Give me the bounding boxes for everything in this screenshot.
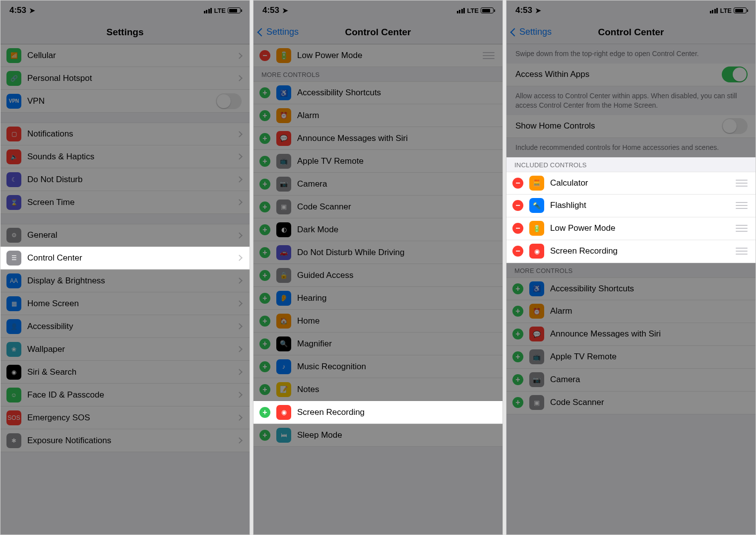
add-button[interactable]: + xyxy=(259,338,270,349)
app-icon: ☾ xyxy=(6,172,21,187)
control-row[interactable]: +📷Camera xyxy=(506,369,756,392)
control-row[interactable]: −◉Screen Recording xyxy=(506,240,756,263)
drag-handle[interactable] xyxy=(736,225,748,232)
settings-row[interactable]: ☺Face ID & Passcode xyxy=(0,384,250,406)
settings-row[interactable]: ✱Exposure Notifications xyxy=(0,429,250,452)
app-icon: ◉ xyxy=(276,405,291,420)
drag-handle[interactable] xyxy=(736,180,748,187)
control-row[interactable]: −🔦Flashlight xyxy=(506,195,756,217)
control-row[interactable]: +📷Camera xyxy=(253,173,503,196)
app-icon: 👂 xyxy=(276,291,291,306)
add-button[interactable]: + xyxy=(259,156,270,167)
control-row[interactable]: +🏠Home xyxy=(253,310,503,333)
remove-button[interactable]: − xyxy=(512,178,523,189)
section-header-more-controls: MORE CONTROLS xyxy=(253,67,503,81)
row-label: Screen Recording xyxy=(297,407,495,417)
add-button[interactable]: + xyxy=(259,407,270,418)
vpn-toggle[interactable] xyxy=(216,93,242,109)
settings-row[interactable]: ▦Home Screen xyxy=(0,292,250,315)
add-button[interactable]: + xyxy=(512,397,523,408)
control-row[interactable]: +🔍Magnifier xyxy=(253,333,503,355)
control-row[interactable]: +📺Apple TV Remote xyxy=(253,150,503,173)
chevron-right-icon xyxy=(236,131,243,137)
row-show-home-controls[interactable]: Show Home Controls xyxy=(506,115,756,138)
app-icon: 📺 xyxy=(276,154,291,169)
row-access-within-apps[interactable]: Access Within Apps xyxy=(506,64,756,86)
control-row[interactable]: +⏰Alarm xyxy=(253,104,503,127)
control-row[interactable]: +⏰Alarm xyxy=(506,300,756,323)
control-row[interactable]: +◉Screen Recording xyxy=(253,401,503,424)
control-row[interactable]: +📺Apple TV Remote xyxy=(506,346,756,369)
control-row[interactable]: +🔒Guided Access xyxy=(253,264,503,287)
control-row[interactable]: +♪Music Recognition xyxy=(253,355,503,378)
signal-icon xyxy=(457,8,465,13)
control-row[interactable]: +🛏Sleep Mode xyxy=(253,424,503,447)
add-button[interactable]: + xyxy=(259,430,270,441)
page-title: Settings xyxy=(107,27,144,38)
control-row[interactable]: +♿Accessibility Shortcuts xyxy=(253,81,503,104)
row-label: Notifications xyxy=(27,129,231,139)
remove-button[interactable]: − xyxy=(512,246,523,257)
remove-button[interactable]: − xyxy=(512,223,523,234)
control-row[interactable]: −🧮Calculator xyxy=(506,172,756,195)
add-button[interactable]: + xyxy=(259,316,270,327)
settings-row[interactable]: AADisplay & Brightness xyxy=(0,269,250,292)
control-row[interactable]: +▣Code Scanner xyxy=(506,392,756,414)
add-button[interactable]: + xyxy=(512,329,523,339)
control-row[interactable]: +💬Announce Messages with Siri xyxy=(506,323,756,346)
settings-row[interactable]: 🔈Sounds & Haptics xyxy=(0,145,250,168)
add-button[interactable]: + xyxy=(512,351,523,362)
drag-handle[interactable] xyxy=(483,52,495,59)
navbar-control-center: Settings Control Center xyxy=(253,20,503,44)
settings-row[interactable]: ⌛Screen Time xyxy=(0,191,250,214)
settings-row[interactable]: ☾Do Not Disturb xyxy=(0,168,250,191)
app-icon: 📝 xyxy=(276,382,291,397)
drag-handle[interactable] xyxy=(736,248,748,255)
access-toggle[interactable] xyxy=(722,67,748,82)
add-button[interactable]: + xyxy=(259,133,270,144)
settings-row[interactable]: ◉Siri & Search xyxy=(0,361,250,384)
add-button[interactable]: + xyxy=(259,293,270,304)
drag-handle[interactable] xyxy=(736,202,748,209)
add-button[interactable]: + xyxy=(512,283,523,294)
add-button[interactable]: + xyxy=(259,247,270,258)
control-row[interactable]: +🚗Do Not Disturb While Driving xyxy=(253,241,503,264)
control-row[interactable]: +◐Dark Mode xyxy=(253,218,503,241)
add-button[interactable]: + xyxy=(512,306,523,317)
home-toggle[interactable] xyxy=(722,118,748,134)
add-button[interactable]: + xyxy=(259,270,270,281)
settings-row[interactable]: ☰Control Center xyxy=(0,247,250,269)
control-row[interactable]: −🔋Low Power Mode xyxy=(506,217,756,240)
back-button[interactable]: Settings xyxy=(511,27,552,37)
settings-row[interactable]: SOSEmergency SOS xyxy=(0,406,250,429)
settings-row[interactable]: 🔗Personal Hotspot xyxy=(0,67,250,90)
remove-button[interactable]: − xyxy=(259,50,270,61)
control-row[interactable]: +▣Code Scanner xyxy=(253,196,503,218)
add-button[interactable]: + xyxy=(259,87,270,98)
add-button[interactable]: + xyxy=(259,179,270,190)
settings-row[interactable]: ❀Wallpaper xyxy=(0,338,250,361)
settings-row[interactable]: 📶Cellular xyxy=(0,44,250,67)
section-header-more-controls: MORE CONTROLS xyxy=(506,263,756,277)
chevron-right-icon xyxy=(236,153,243,160)
app-icon: 🚗 xyxy=(276,245,291,260)
add-button[interactable]: + xyxy=(259,384,270,395)
control-row[interactable]: +💬Announce Messages with Siri xyxy=(253,127,503,150)
remove-button[interactable]: − xyxy=(512,200,523,211)
back-button[interactable]: Settings xyxy=(258,27,299,37)
row-vpn[interactable]: VPN VPN xyxy=(0,90,250,113)
settings-row[interactable]: ⚙General xyxy=(0,224,250,247)
add-button[interactable]: + xyxy=(259,110,270,121)
add-button[interactable]: + xyxy=(259,201,270,212)
add-button[interactable]: + xyxy=(259,224,270,235)
add-button[interactable]: + xyxy=(512,374,523,385)
control-row[interactable]: +♿Accessibility Shortcuts xyxy=(506,277,756,300)
row-low-power-mode[interactable]: − 🔋 Low Power Mode xyxy=(253,44,503,67)
row-label: Music Recognition xyxy=(297,362,495,372)
control-row[interactable]: +👂Hearing xyxy=(253,287,503,310)
settings-row[interactable]: 👤Accessibility xyxy=(0,315,250,338)
settings-row[interactable]: ▢Notifications xyxy=(0,123,250,145)
row-label: Display & Brightness xyxy=(27,276,231,286)
add-button[interactable]: + xyxy=(259,361,270,372)
control-row[interactable]: +📝Notes xyxy=(253,378,503,401)
